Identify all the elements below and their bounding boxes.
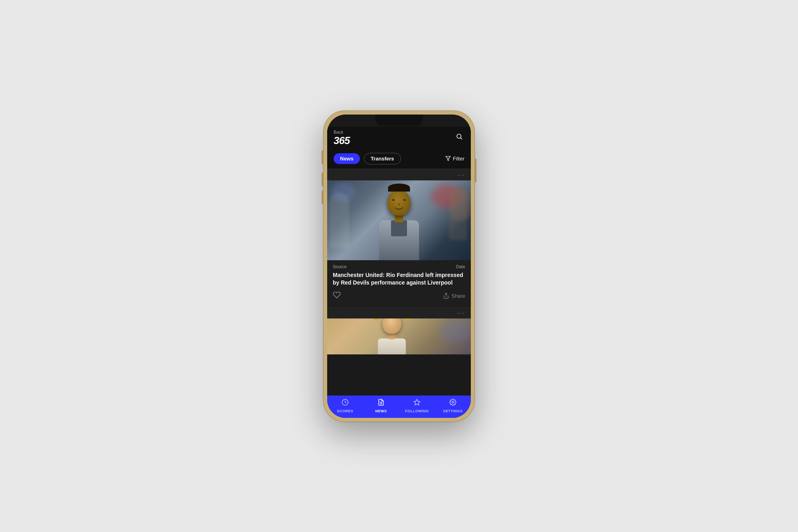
- nav-scores[interactable]: SCORES: [327, 399, 363, 413]
- notch: [375, 115, 423, 126]
- app-logo: 365: [334, 135, 350, 146]
- card-source: Source: [333, 264, 347, 269]
- card-actions-1: Share: [333, 291, 465, 303]
- star-icon: [413, 399, 421, 408]
- news-feed: ···: [327, 168, 471, 396]
- bottom-nav: SCORES NEWS: [327, 396, 471, 418]
- settings-label: SETTINGS: [443, 409, 462, 413]
- clock-icon: [342, 399, 349, 408]
- phone-device: Back 365 News Transfers: [323, 111, 475, 422]
- scores-label: SCORES: [337, 409, 353, 413]
- svg-point-8: [452, 401, 454, 403]
- tab-news[interactable]: News: [334, 153, 360, 164]
- card-image-1: [327, 180, 471, 260]
- app-header: Back 365: [327, 127, 471, 150]
- news-card-2[interactable]: ···: [327, 307, 471, 354]
- nav-following[interactable]: FOLLOWING: [399, 399, 435, 413]
- search-button[interactable]: [454, 131, 464, 144]
- news-label: NEWS: [375, 409, 387, 413]
- svg-marker-2: [446, 156, 450, 161]
- card-image-2: [327, 318, 471, 354]
- svg-point-0: [457, 134, 461, 138]
- following-label: FOLLOWING: [405, 409, 429, 413]
- svg-line-1: [460, 138, 462, 139]
- card-date: Date: [456, 264, 465, 269]
- tab-bar: News Transfers Filter: [327, 150, 471, 168]
- more-options-icon[interactable]: ···: [458, 172, 465, 179]
- settings-icon: [449, 399, 456, 408]
- news-icon: [377, 399, 385, 408]
- card-info-1: Source Date Manchester United: Rio Ferdi…: [327, 260, 471, 306]
- card-headline-1[interactable]: Manchester United: Rio Ferdinand left im…: [333, 271, 465, 287]
- share-label: Share: [451, 293, 465, 299]
- filter-button[interactable]: Filter: [445, 156, 464, 162]
- card-options-1: ···: [327, 168, 471, 180]
- share-button[interactable]: Share: [443, 293, 465, 299]
- nav-news[interactable]: NEWS: [363, 399, 399, 413]
- header-left: Back 365: [334, 130, 350, 146]
- card-options-2: ···: [327, 307, 471, 318]
- more-options-icon-2[interactable]: ···: [458, 310, 465, 317]
- card-meta-1: Source Date: [333, 264, 465, 269]
- phone-screen: Back 365 News Transfers: [327, 115, 471, 418]
- like-button[interactable]: [333, 291, 341, 301]
- app-content: Back 365 News Transfers: [327, 115, 471, 418]
- back-button[interactable]: Back: [334, 130, 350, 134]
- tab-transfers[interactable]: Transfers: [364, 153, 401, 164]
- svg-marker-7: [414, 399, 420, 405]
- news-card-1[interactable]: ···: [327, 168, 471, 306]
- filter-label: Filter: [453, 156, 464, 162]
- nav-settings[interactable]: SETTINGS: [435, 399, 471, 413]
